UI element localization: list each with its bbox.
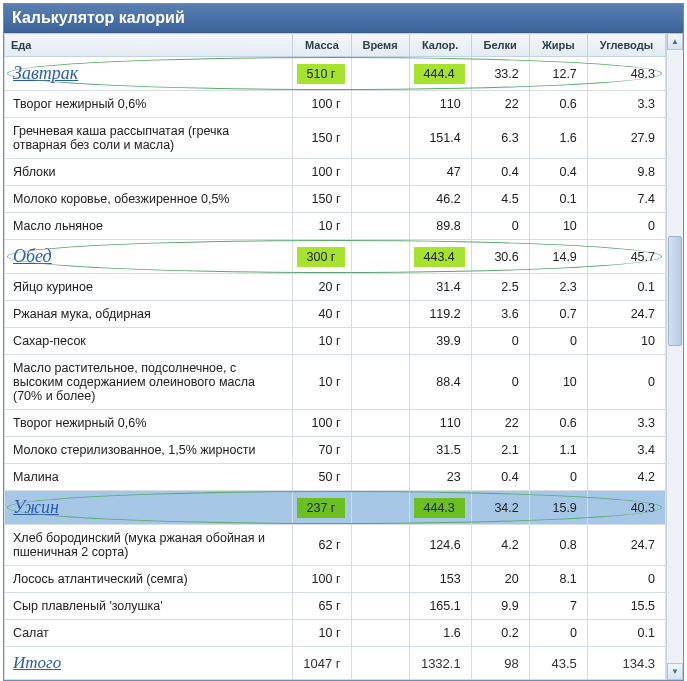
food-item-row[interactable]: Молоко коровье, обезжиренное 0,5%150 г46…	[5, 186, 666, 213]
food-item-row[interactable]: Гречневая каша рассыпчатая (гречка отвар…	[5, 118, 666, 159]
food-cal-cell: 110	[409, 410, 471, 437]
food-name-cell: Творог нежирный 0,6%	[5, 410, 293, 437]
food-cal-cell: 165.1	[409, 593, 471, 620]
food-cal-cell: 110	[409, 91, 471, 118]
food-item-row[interactable]: Ржаная мука, обдирная40 г119.23.60.724.7	[5, 301, 666, 328]
food-carb-cell: 24.7	[587, 525, 665, 566]
meal-name-cell[interactable]: Обед	[5, 240, 293, 274]
meal-name-cell[interactable]: Завтрак	[5, 57, 293, 91]
food-prot-cell: 3.6	[471, 301, 529, 328]
food-mass-cell: 40 г	[293, 301, 351, 328]
food-cal-cell: 23	[409, 464, 471, 491]
food-item-row[interactable]: Молоко стерилизованное, 1,5% жирности70 …	[5, 437, 666, 464]
meal-mass-cell: 510 г	[293, 57, 351, 91]
meal-prot-cell: 30.6	[471, 240, 529, 274]
food-mass-cell: 100 г	[293, 410, 351, 437]
food-item-row[interactable]: Творог нежирный 0,6%100 г110220.63.3	[5, 410, 666, 437]
meal-fat-cell: 12.7	[529, 57, 587, 91]
meal-prot-cell: 34.2	[471, 491, 529, 525]
food-cal-cell: 1.6	[409, 620, 471, 647]
meal-carb-cell: 40.3	[587, 491, 665, 525]
food-fat-cell: 0.4	[529, 159, 587, 186]
total-mass-cell: 1047 г	[293, 647, 351, 680]
food-mass-cell: 10 г	[293, 213, 351, 240]
food-time-cell	[351, 301, 409, 328]
food-item-row[interactable]: Салат10 г1.60.200.1	[5, 620, 666, 647]
col-header-carb[interactable]: Углеводы	[587, 34, 665, 57]
food-item-row[interactable]: Масло льняное10 г89.80100	[5, 213, 666, 240]
meal-header-row[interactable]: Ужин237 г444.334.215.940.3	[5, 491, 666, 525]
col-header-prot[interactable]: Белки	[471, 34, 529, 57]
food-prot-cell: 0.4	[471, 464, 529, 491]
food-name-cell: Хлеб бородинский (мука ржаная обойная и …	[5, 525, 293, 566]
food-item-row[interactable]: Сыр плавленый 'золушка'65 г165.19.9715.5	[5, 593, 666, 620]
food-name-cell: Лосось атлантический (семга)	[5, 566, 293, 593]
window-title: Калькулятор калорий	[4, 4, 683, 33]
scroll-thumb[interactable]	[668, 236, 682, 346]
food-prot-cell: 2.1	[471, 437, 529, 464]
vertical-scrollbar[interactable]: ▲ ▼	[666, 33, 683, 680]
food-carb-cell: 15.5	[587, 593, 665, 620]
food-time-cell	[351, 118, 409, 159]
food-carb-cell: 9.8	[587, 159, 665, 186]
meal-carb-cell: 48.3	[587, 57, 665, 91]
food-cal-cell: 31.4	[409, 274, 471, 301]
food-prot-cell: 20	[471, 566, 529, 593]
food-carb-cell: 0	[587, 213, 665, 240]
total-label-cell: Итого	[5, 647, 293, 680]
food-name-cell: Гречневая каша рассыпчатая (гречка отвар…	[5, 118, 293, 159]
col-header-food[interactable]: Еда	[5, 34, 293, 57]
food-prot-cell: 0.2	[471, 620, 529, 647]
food-time-cell	[351, 437, 409, 464]
food-time-cell	[351, 566, 409, 593]
food-prot-cell: 0	[471, 213, 529, 240]
food-name-cell: Масло льняное	[5, 213, 293, 240]
food-name-cell: Творог нежирный 0,6%	[5, 91, 293, 118]
food-item-row[interactable]: Яйцо куриное20 г31.42.52.30.1	[5, 274, 666, 301]
food-fat-cell: 0.1	[529, 186, 587, 213]
total-prot-cell: 98	[471, 647, 529, 680]
col-header-cal[interactable]: Калор.	[409, 34, 471, 57]
food-time-cell	[351, 410, 409, 437]
total-carb-cell: 134.3	[587, 647, 665, 680]
scroll-down-button[interactable]: ▼	[667, 663, 683, 680]
scroll-track[interactable]	[667, 50, 683, 663]
food-time-cell	[351, 525, 409, 566]
col-header-mass[interactable]: Масса	[293, 34, 351, 57]
meal-cal-value: 444.3	[414, 498, 465, 518]
food-carb-cell: 27.9	[587, 118, 665, 159]
scroll-up-button[interactable]: ▲	[667, 33, 683, 50]
food-item-row[interactable]: Масло растительное, подсолнечное, с высо…	[5, 355, 666, 410]
meal-fat-cell: 15.9	[529, 491, 587, 525]
col-header-time[interactable]: Время	[351, 34, 409, 57]
food-carb-cell: 10	[587, 328, 665, 355]
meal-time-cell	[351, 57, 409, 91]
food-mass-cell: 100 г	[293, 159, 351, 186]
meal-name-cell[interactable]: Ужин	[5, 491, 293, 525]
total-fat-cell: 43.5	[529, 647, 587, 680]
food-item-row[interactable]: Лосось атлантический (семга)100 г153208.…	[5, 566, 666, 593]
food-name-cell: Сыр плавленый 'золушка'	[5, 593, 293, 620]
food-carb-cell: 0.1	[587, 620, 665, 647]
food-fat-cell: 0	[529, 328, 587, 355]
food-cal-cell: 46.2	[409, 186, 471, 213]
total-row: Итого1047 г1332.19843.5134.3	[5, 647, 666, 680]
food-fat-cell: 1.6	[529, 118, 587, 159]
food-mass-cell: 10 г	[293, 620, 351, 647]
food-name-cell: Ржаная мука, обдирная	[5, 301, 293, 328]
food-carb-cell: 3.3	[587, 91, 665, 118]
food-item-row[interactable]: Сахар-песок10 г39.90010	[5, 328, 666, 355]
food-mass-cell: 65 г	[293, 593, 351, 620]
food-name-cell: Салат	[5, 620, 293, 647]
food-cal-cell: 39.9	[409, 328, 471, 355]
food-prot-cell: 0.4	[471, 159, 529, 186]
food-fat-cell: 7	[529, 593, 587, 620]
food-item-row[interactable]: Хлеб бородинский (мука ржаная обойная и …	[5, 525, 666, 566]
food-item-row[interactable]: Малина50 г230.404.2	[5, 464, 666, 491]
meal-header-row[interactable]: Обед300 г443.430.614.945.7	[5, 240, 666, 274]
food-item-row[interactable]: Яблоки100 г470.40.49.8	[5, 159, 666, 186]
food-item-row[interactable]: Творог нежирный 0,6%100 г110220.63.3	[5, 91, 666, 118]
food-name-cell: Малина	[5, 464, 293, 491]
col-header-fat[interactable]: Жиры	[529, 34, 587, 57]
meal-header-row[interactable]: Завтрак510 г444.433.212.748.3	[5, 57, 666, 91]
